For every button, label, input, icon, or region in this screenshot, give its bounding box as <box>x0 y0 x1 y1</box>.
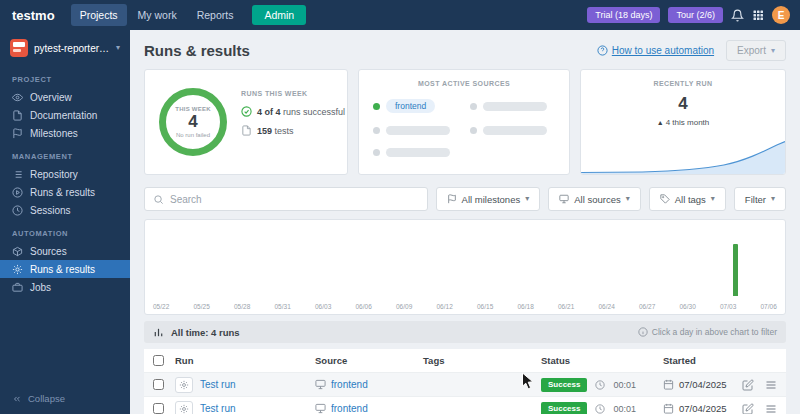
briefcase-icon <box>12 282 23 293</box>
run-bar[interactable] <box>733 244 738 296</box>
search-input[interactable] <box>170 194 419 205</box>
nav-my-work[interactable]: My work <box>129 4 186 26</box>
sources-filter-button[interactable]: All sources ▾ <box>548 187 640 211</box>
help-link[interactable]: How to use automation <box>597 45 714 56</box>
chevron-down-icon: ▾ <box>771 195 775 203</box>
sidebar-item-milestones[interactable]: Milestones <box>0 124 130 142</box>
project-selector[interactable]: pytest-reporter-... ▾ <box>0 30 130 65</box>
runs-timeline-chart[interactable]: 05/2205/2505/2805/3106/0306/0606/0906/12… <box>144 219 786 315</box>
recent-sparkline <box>581 140 785 174</box>
source-link[interactable]: frontend <box>331 403 368 414</box>
edit-icon[interactable] <box>742 403 754 414</box>
runs-table: Run Source Tags Status Started Test run … <box>144 349 786 414</box>
trend-up-icon: ▲ <box>657 119 664 126</box>
export-button[interactable]: Export ▾ <box>726 40 786 61</box>
placeholder-bar <box>386 148 450 157</box>
duration: 00:01 <box>613 404 636 414</box>
sidebar-item-label: Runs & results <box>30 187 95 198</box>
chevron-down-icon: ▾ <box>525 195 529 203</box>
run-link[interactable]: Test run <box>200 379 236 390</box>
admin-button[interactable]: Admin <box>252 5 306 25</box>
clock-icon <box>595 380 605 390</box>
question-circle-icon <box>597 45 608 56</box>
chevron-down-icon: ▾ <box>626 195 630 203</box>
sidebar-item-overview[interactable]: Overview <box>0 88 130 106</box>
clock-icon <box>595 404 605 414</box>
x-tick: 06/06 <box>356 303 372 310</box>
summary-hint: Click a day in above chart to filter <box>638 327 777 337</box>
recently-run-trend: ▲4 this month <box>581 118 785 127</box>
recently-run-card: RECENTLY RUN 4 ▲4 this month <box>580 69 786 175</box>
row-checkbox[interactable] <box>153 379 164 390</box>
gray-dot-icon <box>470 127 477 134</box>
row-checkbox[interactable] <box>153 403 164 414</box>
summary-cards: THIS WEEK 4 No run failed RUNS THIS WEEK… <box>130 69 800 175</box>
nav-reports[interactable]: Reports <box>188 4 243 26</box>
x-tick: 06/24 <box>599 303 615 310</box>
collapse-button[interactable]: Collapse <box>0 389 130 408</box>
nav-projects[interactable]: Projects <box>71 4 127 26</box>
file-icon <box>12 110 23 121</box>
chevron-down-icon: ▾ <box>116 44 120 52</box>
select-all-checkbox[interactable] <box>153 355 164 366</box>
runs-successful-stat: 4 of 4 runs successful <box>241 106 345 117</box>
sidebar-item-label: Documentation <box>30 110 97 121</box>
gray-dot-icon <box>373 149 380 156</box>
apps-icon[interactable] <box>752 9 764 21</box>
x-tick: 06/21 <box>558 303 574 310</box>
trial-badge[interactable]: Trial (18 days) <box>587 7 660 23</box>
table-row[interactable]: Test run frontend Success 00:01 07/04/20… <box>144 397 786 414</box>
sidebar-section-management: MANAGEMENT <box>0 142 130 165</box>
tag-icon <box>660 194 670 204</box>
play-circle-icon <box>12 187 23 198</box>
placeholder-bar <box>483 102 547 111</box>
sidebar-item-documentation[interactable]: Documentation <box>0 106 130 124</box>
sidebar-item-jobs[interactable]: Jobs <box>0 278 130 296</box>
tour-badge[interactable]: Tour (2/6) <box>668 7 723 23</box>
source-link[interactable]: frontend <box>331 379 368 390</box>
page-header: Runs & results How to use automation Exp… <box>130 30 800 69</box>
run-link[interactable]: Test run <box>200 403 236 414</box>
sidebar-item-automation-runs-results[interactable]: Runs & results <box>0 260 130 278</box>
sidebar: pytest-reporter-... ▾ PROJECT Overview D… <box>0 30 130 414</box>
ring-value: 4 <box>188 112 197 132</box>
source-link-frontend[interactable]: frontend <box>386 99 435 113</box>
sidebar-item-label: Sessions <box>30 205 71 216</box>
table-row[interactable]: Test run frontend Success 00:01 07/04/20… <box>144 373 786 397</box>
x-tick: 05/25 <box>194 303 210 310</box>
monitor-icon <box>559 194 569 204</box>
sidebar-item-repository[interactable]: Repository <box>0 165 130 183</box>
tags-filter-button[interactable]: All tags ▾ <box>649 187 726 211</box>
row-menu-icon[interactable] <box>765 379 777 391</box>
source-placeholder <box>470 99 555 113</box>
sidebar-item-sessions[interactable]: Sessions <box>0 201 130 219</box>
flag-icon <box>447 194 457 204</box>
sidebar-item-runs-results[interactable]: Runs & results <box>0 183 130 201</box>
column-started: Started <box>663 355 696 366</box>
milestones-filter-button[interactable]: All milestones ▾ <box>436 187 541 211</box>
edit-icon[interactable] <box>742 379 754 391</box>
source-placeholder <box>373 126 458 135</box>
avatar[interactable]: E <box>772 6 790 24</box>
gray-dot-icon <box>470 103 477 110</box>
main-content: Runs & results How to use automation Exp… <box>130 30 800 414</box>
sidebar-item-sources[interactable]: Sources <box>0 242 130 260</box>
x-tick: 07/06 <box>761 303 777 310</box>
x-tick: 06/12 <box>437 303 453 310</box>
x-tick: 05/28 <box>234 303 250 310</box>
x-tick: 06/09 <box>396 303 412 310</box>
app-logo[interactable]: testmo <box>0 8 71 23</box>
started-date: 07/04/2025 <box>679 379 727 390</box>
clock-icon <box>12 205 23 216</box>
runs-this-week-title: RUNS THIS WEEK <box>241 90 345 97</box>
help-link-label: How to use automation <box>612 45 714 56</box>
column-source: Source <box>315 355 347 366</box>
mouse-cursor <box>521 372 535 390</box>
column-run: Run <box>175 355 193 366</box>
filter-button[interactable]: Filter ▾ <box>734 187 786 211</box>
bell-icon[interactable] <box>731 9 744 22</box>
source-item: frontend <box>373 99 458 113</box>
row-menu-icon[interactable] <box>765 403 777 414</box>
check-circle-icon <box>241 106 252 117</box>
list-icon <box>12 169 23 180</box>
